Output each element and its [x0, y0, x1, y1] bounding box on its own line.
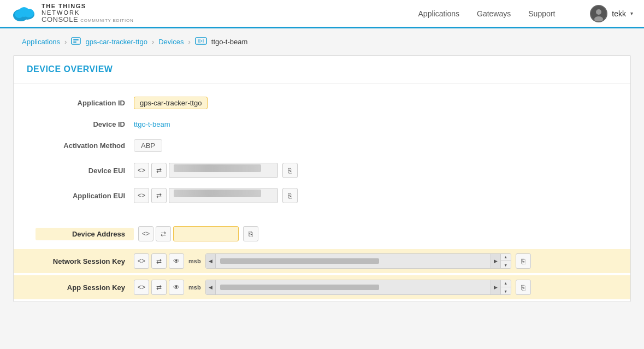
ask-scroll-track	[216, 280, 491, 295]
network-session-key-controls: <> ⇄ 👁 msb ◀ ▶ ▲ ▼ ⎘	[134, 253, 531, 269]
device-address-row: Device Address <> ⇄ ⎘	[36, 226, 608, 241]
network-session-key-section: Network Session Key <> ⇄ 👁 msb ◀ ▶ ▲ ▼	[14, 249, 630, 273]
activation-method-row: Activation Method ABP	[36, 139, 608, 152]
svg-rect-8	[72, 38, 80, 44]
nsk-scroll-thumb	[220, 258, 380, 264]
application-eui-input[interactable]	[169, 188, 278, 203]
nsk-swap-btn[interactable]: ⇄	[151, 253, 167, 269]
device-address-controls: <> ⇄ ⎘	[138, 226, 258, 241]
ask-spinners: ▲ ▼	[500, 280, 511, 295]
logo[interactable]: THE THINGSNETWORK CONSOLE COMMUNITY EDIT…	[11, 3, 134, 23]
nsk-scroll-left[interactable]: ◀	[206, 253, 216, 269]
svg-point-6	[596, 9, 601, 15]
ask-code-btn[interactable]: <>	[134, 280, 149, 295]
nav-applications[interactable]: Applications	[418, 9, 460, 18]
cloud-logo-icon	[11, 3, 37, 23]
avatar	[590, 5, 607, 22]
ask-scroll-container: ◀ ▶ ▲ ▼	[205, 280, 511, 295]
device-eui-swap-btn[interactable]: ⇄	[151, 163, 167, 178]
breadcrumb-sep-2: ›	[152, 38, 154, 46]
section-title: DEVICE OVERVIEW	[14, 56, 630, 84]
nsk-msb-label: msb	[188, 258, 201, 264]
device-eui-controls: <> ⇄ ⎘	[134, 163, 298, 178]
app-session-key-label: App Session Key	[36, 283, 134, 292]
app-session-key-controls: <> ⇄ 👁 msb ◀ ▶ ▲ ▼ ⎘	[134, 280, 531, 295]
breadcrumb-device-id: ttgo-t-beam	[211, 38, 247, 46]
nsk-spinners: ▲ ▼	[500, 253, 511, 269]
nav-gateways[interactable]: Gateways	[477, 9, 511, 18]
svg-point-3	[15, 10, 23, 18]
device-id-value: ttgo-t-beam	[134, 120, 170, 128]
device-eui-input[interactable]	[169, 163, 278, 178]
ask-eye-btn[interactable]: 👁	[169, 280, 184, 295]
avatar-icon	[591, 6, 606, 21]
device-address-section: Device Address <> ⇄ ⎘	[14, 226, 630, 241]
app-session-key-row: App Session Key <> ⇄ 👁 msb ◀ ▶ ▲ ▼	[14, 275, 630, 299]
nsk-spin-up[interactable]: ▲	[501, 253, 511, 261]
ask-scroll-left[interactable]: ◀	[206, 280, 216, 295]
ask-copy-btn[interactable]: ⎘	[516, 280, 531, 295]
breadcrumb-sep-3: ›	[188, 38, 190, 46]
svg-rect-9	[73, 39, 79, 40]
svg-point-4	[24, 9, 34, 17]
ask-scroll-thumb	[220, 285, 380, 290]
network-session-key-label: Network Session Key	[36, 257, 134, 265]
nsk-scroll-container: ◀ ▶ ▲ ▼	[205, 253, 511, 269]
ask-swap-btn[interactable]: ⇄	[151, 280, 167, 295]
activation-method-value: ABP	[134, 139, 162, 152]
ask-scroll-right[interactable]: ▶	[491, 280, 500, 295]
device-address-code-btn[interactable]: <>	[138, 226, 153, 241]
chevron-down-icon: ▾	[630, 10, 633, 16]
console-label: CONSOLE COMMUNITY EDITION	[42, 16, 134, 23]
user-menu[interactable]: tekk ▾	[590, 5, 633, 22]
device-id-row: Device ID ttgo-t-beam	[36, 120, 608, 128]
device-eui-code-btn[interactable]: <>	[134, 163, 149, 178]
device-eui-label: Device EUI	[36, 167, 134, 175]
main-content: DEVICE OVERVIEW Application ID gps-car-t…	[13, 55, 631, 302]
ask-spin-down[interactable]: ▼	[501, 287, 511, 295]
top-navigation: THE THINGSNETWORK CONSOLE COMMUNITY EDIT…	[0, 0, 644, 28]
nsk-scroll-right[interactable]: ▶	[491, 253, 500, 269]
breadcrumb-app-id[interactable]: gps-car-tracker-ttgo	[85, 38, 147, 46]
app-session-key-section: App Session Key <> ⇄ 👁 msb ◀ ▶ ▲ ▼	[14, 275, 630, 299]
breadcrumb-sep-1: ›	[64, 38, 67, 46]
ask-msb-label: msb	[188, 284, 201, 291]
nsk-spin-down[interactable]: ▼	[501, 261, 511, 269]
ttn-label: THE THINGSNETWORK	[42, 3, 134, 16]
device-eui-row: Device EUI <> ⇄ ⎘	[36, 163, 608, 178]
breadcrumb-applications[interactable]: Applications	[22, 38, 60, 46]
device-address-input[interactable]	[173, 226, 239, 241]
svg-rect-11	[196, 38, 206, 44]
application-id-row: Application ID gps-car-tracker-ttgo	[36, 97, 608, 109]
breadcrumb-devices[interactable]: Devices	[158, 38, 184, 46]
device-eui-copy-btn[interactable]: ⎘	[282, 163, 298, 178]
nsk-code-btn[interactable]: <>	[134, 253, 149, 269]
nav-links: Applications Gateways Support tekk ▾	[418, 5, 633, 22]
device-info: Application ID gps-car-tracker-ttgo Devi…	[14, 84, 630, 226]
device-id-label: Device ID	[36, 120, 134, 128]
application-eui-copy-btn[interactable]: ⎘	[282, 188, 298, 203]
application-eui-row: Application EUI <> ⇄ ⎘	[36, 188, 608, 203]
application-id-label: Application ID	[36, 99, 134, 107]
network-session-key-row: Network Session Key <> ⇄ 👁 msb ◀ ▶ ▲ ▼	[14, 249, 630, 273]
user-name: tekk	[612, 9, 626, 18]
logo-text: THE THINGSNETWORK CONSOLE COMMUNITY EDIT…	[42, 3, 134, 23]
application-eui-swap-btn[interactable]: ⇄	[151, 188, 167, 203]
device-address-swap-btn[interactable]: ⇄	[156, 226, 171, 241]
device-address-label: Device Address	[36, 228, 134, 240]
breadcrumb-device-icon	[195, 37, 207, 46]
application-eui-label: Application EUI	[36, 192, 134, 200]
breadcrumb: Applications › gps-car-tracker-ttgo › De…	[0, 28, 644, 55]
device-address-copy-btn[interactable]: ⎘	[243, 226, 258, 241]
application-eui-controls: <> ⇄ ⎘	[134, 188, 298, 203]
nav-support[interactable]: Support	[528, 9, 555, 18]
nsk-scroll-track	[216, 253, 491, 269]
application-id-value: gps-car-tracker-ttgo	[134, 97, 208, 109]
nsk-copy-btn[interactable]: ⎘	[516, 253, 531, 269]
breadcrumb-app-icon	[71, 37, 81, 46]
ask-spin-up[interactable]: ▲	[501, 280, 511, 287]
activation-method-label: Activation Method	[36, 141, 134, 150]
nsk-eye-btn[interactable]: 👁	[169, 253, 184, 269]
application-eui-code-btn[interactable]: <>	[134, 188, 149, 203]
svg-rect-10	[73, 42, 76, 43]
